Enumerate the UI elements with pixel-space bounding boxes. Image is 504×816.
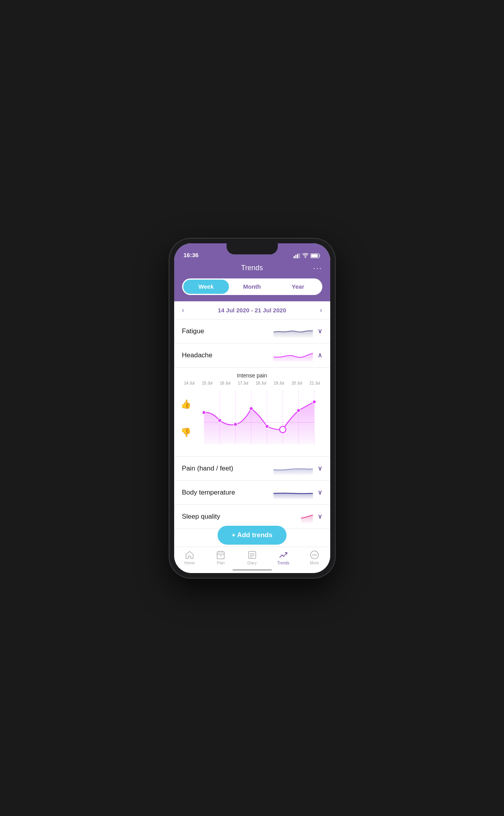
thumb-down-icon: 👎 [180, 428, 191, 438]
chart-dates: 14 Jul 15 Jul 16 Jul 17 Jul 18 Jul 19 Ju… [180, 381, 324, 385]
chart-date-2: 16 Jul [220, 381, 231, 385]
headache-label: Headache [182, 351, 273, 359]
trend-row-sleep[interactable]: Sleep quality ∨ [174, 505, 330, 529]
svg-point-19 [249, 407, 253, 410]
svg-point-37 [315, 554, 316, 555]
next-date-button[interactable]: › [320, 306, 322, 314]
svg-point-4 [305, 257, 306, 258]
headache-mini-chart [273, 349, 313, 362]
battery-icon [311, 253, 321, 258]
svg-point-23 [312, 400, 316, 403]
pain-chevron: ∨ [318, 465, 322, 472]
nav-diary-label: Diary [247, 561, 257, 565]
date-range-label: 14 Jul 2020 - 21 Jul 2020 [218, 307, 286, 314]
tab-month[interactable]: Month [229, 280, 275, 294]
body-temp-chevron: ∨ [318, 489, 322, 496]
pain-mini-chart [273, 462, 313, 475]
sleep-mini-chart [273, 510, 313, 523]
nav-trends-label: Trends [277, 561, 289, 565]
home-indicator [232, 569, 272, 571]
trend-row-headache[interactable]: Headache ∧ [174, 344, 330, 368]
status-icons [294, 253, 321, 258]
nav-home[interactable]: Home [174, 550, 205, 565]
wifi-icon [302, 253, 309, 258]
svg-point-29 [220, 555, 221, 556]
nav-more-label: More [310, 561, 319, 565]
trends-icon [279, 550, 288, 560]
fatigue-mini-chart [273, 325, 313, 338]
chart-date-7: 21 Jul [309, 381, 320, 385]
chart-date-5: 19 Jul [273, 381, 284, 385]
thumb-up-icon: 👍 [180, 399, 191, 409]
svg-point-18 [234, 422, 237, 426]
content-area: Fatigue ∨ Headache [174, 319, 330, 547]
chart-date-6: 20 Jul [292, 381, 302, 385]
trend-row-fatigue[interactable]: Fatigue ∨ [174, 319, 330, 344]
nav-home-label: Home [184, 561, 195, 565]
svg-rect-3 [299, 253, 300, 258]
tab-year[interactable]: Year [275, 280, 321, 294]
svg-rect-0 [294, 256, 295, 258]
chart-svg-container [194, 387, 324, 450]
tab-switcher: Week Month Year [174, 278, 330, 301]
chart-date-1: 15 Jul [202, 381, 212, 385]
body-temp-mini-chart [273, 486, 313, 499]
chart-date-4: 18 Jul [256, 381, 266, 385]
svg-rect-7 [311, 254, 318, 257]
svg-rect-30 [249, 551, 256, 558]
svg-point-21 [279, 426, 286, 433]
svg-rect-1 [295, 255, 296, 258]
expanded-headache-chart: Intense pain 14 Jul 15 Jul 16 Jul 17 Jul… [174, 368, 330, 457]
tab-week[interactable]: Week [183, 280, 229, 294]
svg-rect-2 [297, 254, 298, 258]
pain-label: Pain (hand / feet) [182, 465, 273, 472]
nav-plan-label: Plan [217, 561, 225, 565]
svg-point-22 [297, 409, 300, 412]
nav-more[interactable]: More [299, 550, 330, 565]
status-time: 16:36 [184, 252, 199, 258]
svg-point-35 [312, 554, 313, 555]
sleep-label: Sleep quality [182, 513, 273, 521]
main-chart-svg [194, 387, 324, 450]
svg-rect-6 [319, 255, 320, 257]
nav-diary[interactable]: Diary [236, 550, 268, 565]
date-navigation: ‹ 14 Jul 2020 - 21 Jul 2020 › [174, 301, 330, 319]
add-trends-button[interactable]: + Add trends [218, 526, 287, 545]
plan-icon [216, 550, 225, 560]
fatigue-label: Fatigue [182, 327, 273, 335]
home-icon [185, 550, 194, 560]
svg-point-36 [314, 554, 315, 555]
diary-icon [247, 550, 257, 560]
more-options-button[interactable]: ··· [313, 263, 322, 273]
prev-date-button[interactable]: ‹ [182, 306, 184, 314]
app-header: Trends ··· [174, 261, 330, 278]
headache-chevron: ∧ [318, 351, 322, 359]
chart-title: Intense pain [180, 372, 324, 379]
body-temp-label: Body temperature [182, 489, 273, 497]
fatigue-chevron: ∨ [318, 327, 322, 335]
trend-row-body-temp[interactable]: Body temperature ∨ [174, 481, 330, 505]
signal-icon [294, 253, 300, 258]
more-icon [310, 550, 319, 560]
nav-trends[interactable]: Trends [268, 550, 299, 565]
header-title: Trends [241, 264, 263, 272]
chart-thumb-icons: 👍 👎 [180, 387, 191, 450]
chart-date-0: 14 Jul [184, 381, 195, 385]
trend-row-pain[interactable]: Pain (hand / feet) ∨ [174, 457, 330, 481]
nav-plan[interactable]: Plan [205, 550, 236, 565]
svg-point-17 [218, 418, 221, 422]
chart-date-3: 17 Jul [238, 381, 248, 385]
svg-point-20 [265, 424, 269, 428]
sleep-chevron: ∨ [318, 513, 322, 520]
svg-point-16 [202, 411, 206, 414]
